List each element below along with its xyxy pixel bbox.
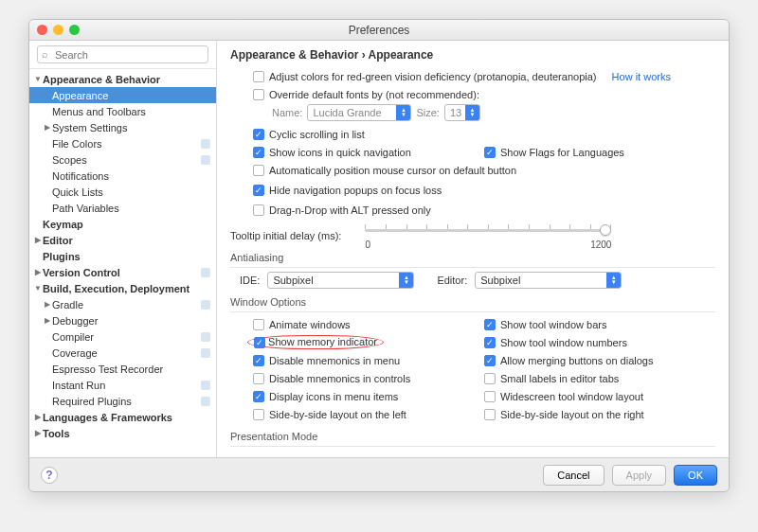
sidebar-item-label: Languages & Frameworks bbox=[43, 412, 172, 423]
sidebar-item[interactable]: Quick Lists bbox=[29, 184, 216, 200]
sidebar-item[interactable]: Instant Run bbox=[29, 377, 216, 393]
arrow-right-icon: ▶ bbox=[33, 268, 43, 276]
sidebar-item-label: Compiler bbox=[52, 331, 94, 343]
sidebar-item[interactable]: ▶System Settings bbox=[29, 119, 216, 135]
sidebar-item[interactable]: ▼Appearance & Behavior bbox=[29, 71, 216, 87]
checkbox-flags[interactable] bbox=[484, 147, 496, 158]
scope-marker-icon bbox=[201, 139, 210, 149]
tooltip-delay-slider[interactable] bbox=[365, 221, 611, 239]
checkbox[interactable] bbox=[253, 391, 264, 402]
sidebar-item[interactable]: Required Plugins bbox=[29, 393, 216, 409]
font-name-select[interactable]: Lucida Grande▲▼ bbox=[307, 104, 411, 121]
sidebar-item[interactable]: Scopes bbox=[29, 151, 216, 168]
checkbox[interactable] bbox=[484, 391, 496, 402]
scope-marker-icon bbox=[201, 381, 210, 390]
chevron-updown-icon: ▲▼ bbox=[399, 273, 413, 288]
arrow-down-icon: ▼ bbox=[33, 75, 43, 83]
arrow-right-icon: ▶ bbox=[33, 413, 43, 421]
scope-marker-icon bbox=[201, 332, 210, 342]
apply-button[interactable]: Apply bbox=[612, 465, 667, 486]
checkbox-cyclic[interactable] bbox=[253, 129, 264, 140]
help-button[interactable]: ? bbox=[41, 467, 58, 484]
sidebar-item-label: Required Plugins bbox=[52, 396, 132, 407]
tooltip-delay-label: Tooltip initial delay (ms): bbox=[230, 230, 341, 241]
checkbox[interactable] bbox=[484, 373, 496, 384]
sidebar-item[interactable]: Coverage bbox=[29, 345, 216, 361]
sidebar-item-label: Espresso Test Recorder bbox=[52, 364, 163, 375]
sidebar-item-label: Build, Execution, Deployment bbox=[43, 283, 190, 294]
sidebar-item[interactable]: Notifications bbox=[29, 168, 216, 184]
sidebar-item[interactable]: ▶Editor bbox=[29, 232, 216, 248]
scope-marker-icon bbox=[201, 397, 210, 406]
scope-marker-icon bbox=[201, 348, 210, 358]
sidebar-item-label: Version Control bbox=[43, 267, 120, 278]
sidebar-item[interactable]: ▼Build, Execution, Deployment bbox=[29, 280, 216, 296]
cancel-button[interactable]: Cancel bbox=[543, 465, 604, 486]
sidebar-item-label: Keymap bbox=[43, 219, 83, 230]
sidebar-item[interactable]: Compiler bbox=[29, 328, 216, 345]
sidebar-item-label: Plugins bbox=[43, 251, 81, 262]
checkbox[interactable] bbox=[253, 319, 264, 330]
sidebar-item[interactable]: Appearance bbox=[29, 87, 216, 103]
chevron-updown-icon: ▲▼ bbox=[396, 105, 410, 120]
checkbox[interactable] bbox=[484, 409, 496, 420]
sidebar-item-label: Debugger bbox=[52, 315, 98, 327]
window-title: Preferences bbox=[349, 24, 410, 37]
sidebar-item[interactable]: ▶Languages & Frameworks bbox=[29, 409, 216, 425]
checkbox[interactable] bbox=[484, 355, 496, 366]
sidebar-item[interactable]: File Colors bbox=[29, 135, 216, 151]
arrow-right-icon: ▶ bbox=[33, 429, 43, 437]
editor-antialias-select[interactable]: Subpixel▲▼ bbox=[475, 272, 622, 289]
checkbox[interactable] bbox=[484, 319, 496, 330]
checkbox[interactable] bbox=[253, 355, 264, 366]
sidebar-item[interactable]: Menus and Toolbars bbox=[29, 103, 216, 119]
sidebar-item[interactable]: Path Variables bbox=[29, 200, 216, 216]
zoom-icon[interactable] bbox=[69, 25, 80, 35]
sidebar-item[interactable]: ▶Gradle bbox=[29, 296, 216, 312]
checkbox[interactable] bbox=[484, 337, 496, 348]
sidebar-item[interactable]: ▶Tools bbox=[29, 425, 216, 441]
sidebar-item-label: Coverage bbox=[52, 347, 98, 359]
section-window-options: Window Options bbox=[230, 296, 715, 308]
sidebar-item[interactable]: Keymap bbox=[29, 216, 216, 232]
arrow-right-icon: ▶ bbox=[33, 236, 43, 244]
sidebar-item[interactable]: ▶Debugger bbox=[29, 312, 216, 328]
sidebar-item[interactable]: Espresso Test Recorder bbox=[29, 361, 216, 377]
sidebar-item[interactable]: Plugins bbox=[29, 248, 216, 264]
chevron-updown-icon: ▲▼ bbox=[465, 105, 479, 120]
search-input[interactable] bbox=[37, 45, 208, 63]
sidebar-item-label: Menus and Toolbars bbox=[52, 106, 146, 117]
arrow-right-icon: ▶ bbox=[43, 300, 52, 309]
sidebar-item-label: Appearance bbox=[52, 90, 108, 101]
minimize-icon[interactable] bbox=[53, 25, 63, 35]
preferences-window: Preferences ⌕ ▼Appearance & BehaviorAppe… bbox=[28, 19, 730, 492]
section-antialiasing: Antialiasing bbox=[230, 252, 715, 263]
checkbox-cursor[interactable] bbox=[253, 165, 264, 176]
checkbox-icons-nav[interactable] bbox=[253, 147, 264, 158]
how-it-works-link[interactable]: How it works bbox=[612, 71, 671, 82]
scope-marker-icon bbox=[201, 300, 210, 310]
section-presentation: Presentation Mode bbox=[230, 431, 715, 442]
sidebar-item-label: Notifications bbox=[52, 170, 109, 182]
sidebar-item-label: Path Variables bbox=[52, 203, 119, 214]
sidebar-item-label: File Colors bbox=[52, 138, 102, 150]
ide-antialias-select[interactable]: Subpixel▲▼ bbox=[267, 272, 414, 289]
checkbox-adjust-colors[interactable] bbox=[253, 71, 264, 82]
close-icon[interactable] bbox=[37, 25, 47, 35]
titlebar: Preferences bbox=[29, 20, 729, 41]
checkbox[interactable] bbox=[253, 409, 264, 420]
checkbox[interactable] bbox=[253, 373, 264, 384]
sidebar-item-label: Appearance & Behavior bbox=[43, 74, 160, 85]
checkbox-hide-popups[interactable] bbox=[253, 185, 264, 196]
checkbox-override-fonts[interactable] bbox=[253, 89, 264, 100]
sidebar-item[interactable]: ▶Version Control bbox=[29, 264, 216, 280]
checkbox[interactable] bbox=[254, 337, 265, 348]
sidebar-item-label: Scopes bbox=[52, 154, 87, 166]
sidebar-item-label: Instant Run bbox=[52, 380, 105, 391]
scope-marker-icon bbox=[201, 155, 210, 165]
font-size-select[interactable]: 13▲▼ bbox=[444, 104, 480, 121]
checkbox-dnd[interactable] bbox=[253, 204, 264, 216]
arrow-right-icon: ▶ bbox=[43, 123, 52, 132]
sidebar-item-label: Gradle bbox=[52, 299, 83, 310]
ok-button[interactable]: OK bbox=[674, 465, 717, 486]
